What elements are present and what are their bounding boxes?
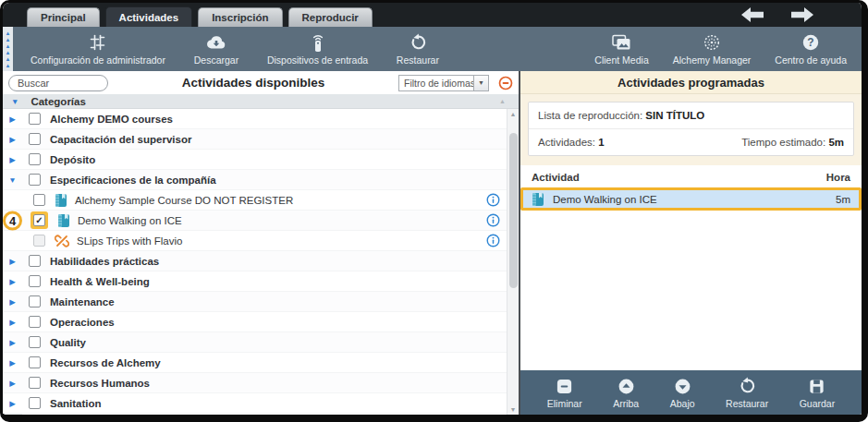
tree-category-row[interactable]: ▶ Recursos de Alchemy <box>3 353 507 373</box>
category-checkbox[interactable] <box>29 316 41 328</box>
info-icon[interactable] <box>486 193 500 207</box>
history-nav <box>741 7 813 22</box>
move-down-icon <box>674 377 691 396</box>
activity-checkbox[interactable] <box>33 214 45 226</box>
expand-arrow-icon[interactable]: ▶ <box>3 277 22 286</box>
category-checkbox[interactable] <box>29 295 41 307</box>
chevron-down-icon[interactable]: ▼ <box>474 75 489 91</box>
help-icon: ? <box>801 33 820 53</box>
toolbar-button-label: Client Media <box>594 54 648 66</box>
scheduled-activities-panel: Actividades programadas Lista de reprodu… <box>520 71 862 415</box>
scroll-down-arrow-icon[interactable]: ▼ <box>510 406 517 413</box>
tab-inscripcion[interactable]: Inscripción <box>198 7 282 27</box>
expand-arrow-icon[interactable]: ▶ <box>3 358 22 368</box>
toolbar-button-restaurar[interactable]: Restaurar <box>397 33 439 66</box>
category-checkbox[interactable] <box>29 255 41 267</box>
activity-checkbox[interactable] <box>33 235 45 247</box>
estimated-time-value: 5m <box>828 137 844 148</box>
tree-category-row[interactable]: ▶ Maintenance <box>3 292 507 312</box>
toolbar-button-arriba[interactable]: Arriba <box>613 377 639 409</box>
vertical-scrollbar[interactable]: ▲ ▼ <box>507 109 519 415</box>
tree-category-row[interactable]: ▶ Quality <box>3 332 507 353</box>
scrollbar-thumb[interactable] <box>509 133 518 288</box>
language-filter-value: Filtro de idiomas <box>398 75 474 91</box>
column-header-activity: Actividad <box>532 172 580 183</box>
back-arrow-icon[interactable] <box>741 7 764 22</box>
annotation-checkbox-highlight <box>31 211 48 229</box>
toolbar-button-descargar[interactable]: Descargar <box>194 33 238 66</box>
save-icon <box>808 377 825 396</box>
scheduled-activity-time: 5m <box>836 194 850 205</box>
category-checkbox[interactable] <box>29 153 41 165</box>
expand-arrow-icon[interactable]: ▶ <box>3 257 22 266</box>
tree-root-row[interactable]: ▼ Categorías ▲ <box>3 94 519 109</box>
tab-reproducir[interactable]: Reproducir <box>288 7 373 27</box>
annotation-step-badge: 4 <box>3 211 22 230</box>
right-panel-title: Actividades programadas <box>520 71 862 94</box>
column-header-time: Hora <box>826 172 850 183</box>
expand-arrow-icon[interactable]: ▶ <box>3 297 22 307</box>
expand-arrow-icon[interactable]: ▶ <box>3 155 22 164</box>
collapse-arrow-icon[interactable]: ▼ <box>11 97 18 106</box>
category-checkbox[interactable] <box>29 133 41 145</box>
tab-actividades[interactable]: Actividades <box>105 6 193 27</box>
toolbar-button-label: Arriba <box>613 398 639 409</box>
search-input[interactable] <box>8 75 108 91</box>
tree-category-row[interactable]: ▶ Capacitación del supervisor <box>3 129 507 150</box>
toolbar-button-abajo[interactable]: Abajo <box>670 377 695 409</box>
expand-arrow-icon[interactable]: ▶ <box>3 318 22 327</box>
move-up-icon <box>617 377 635 396</box>
main-content: Actividades disponibles Filtro de idioma… <box>3 71 862 415</box>
category-checkbox[interactable] <box>29 174 41 186</box>
category-checkbox[interactable] <box>29 275 41 287</box>
toolbar-button-alchemy-manager[interactable]: Alchemy Manager <box>673 33 752 66</box>
tree-activity-row[interactable]: SLips Trips with Flavio <box>3 231 507 251</box>
tree-activity-row[interactable]: Alchemy Sample Course DO NOT REGISTER <box>3 190 507 211</box>
expand-arrow-icon[interactable]: ▶ <box>3 135 22 144</box>
forward-arrow-icon[interactable] <box>791 7 813 22</box>
info-icon[interactable] <box>486 234 500 247</box>
expand-arrow-icon[interactable]: ▶ <box>3 399 22 408</box>
tree-activity-row[interactable]: 4 Demo Walking on ICE <box>3 211 507 231</box>
tree-category-row[interactable]: ▶ Health & Well-being <box>3 271 507 292</box>
collapse-arrow-icon[interactable]: ▼ <box>3 175 22 185</box>
tree-category-row[interactable]: ▶ Habilidades prácticas <box>3 251 507 271</box>
category-checkbox[interactable] <box>29 377 41 389</box>
tree-category-row[interactable]: ▶ Sanitation <box>3 393 507 414</box>
scheduled-activity-row[interactable]: Demo Walking on ICE 5m <box>520 187 862 211</box>
toolbar-button-configuracion-de-administrador[interactable]: Configuración de administrador <box>31 33 165 66</box>
alchemy-logo-icon <box>703 33 721 53</box>
left-panel-header: Actividades disponibles Filtro de idioma… <box>3 71 519 94</box>
expand-arrow-icon[interactable]: ▶ <box>3 379 22 388</box>
activity-label: Demo Walking on ICE <box>78 215 182 226</box>
toolbar-button-guardar[interactable]: Guardar <box>800 377 836 409</box>
category-checkbox[interactable] <box>29 113 41 125</box>
tree-category-row[interactable]: ▶ Depósito <box>3 150 507 170</box>
info-icon[interactable] <box>486 213 500 227</box>
category-label: Alchemy DEMO courses <box>50 114 173 125</box>
toolbar-button-eliminar[interactable]: Eliminar <box>547 377 582 409</box>
category-label: Quality <box>50 337 86 348</box>
toolbar-button-centro-de-ayuda[interactable]: ? Centro de ayuda <box>775 33 847 66</box>
tree-category-row[interactable]: ▶ Operaciones <box>3 312 507 332</box>
category-label: Health & Well-being <box>50 276 150 287</box>
scroll-up-arrow-icon[interactable]: ▲ <box>510 111 517 117</box>
restore-icon <box>738 377 756 396</box>
tree-category-row[interactable]: ▶ Recursos Humanos <box>3 373 507 393</box>
language-filter-dropdown[interactable]: Filtro de idiomas ▼ <box>398 75 489 91</box>
expand-arrow-icon[interactable]: ▶ <box>3 338 22 347</box>
toolbar-button-dispositivos-de-entrada[interactable]: Dispositivos de entrada <box>267 33 368 66</box>
tab-principal[interactable]: Principal <box>27 7 100 27</box>
tree-category-row[interactable]: ▶ Alchemy DEMO courses <box>3 109 507 129</box>
toolbar-button-restaurar[interactable]: Restaurar <box>726 377 768 409</box>
toolbar-button-label: Abajo <box>670 398 695 409</box>
estimated-time-label: Tiempo estimado: <box>741 137 825 148</box>
remove-filter-icon[interactable] <box>498 76 513 90</box>
tree-category-row[interactable]: ▼ Especificaciones de la compañía <box>3 170 507 190</box>
category-checkbox[interactable] <box>29 336 41 348</box>
expand-arrow-icon[interactable]: ▶ <box>3 115 22 124</box>
category-checkbox[interactable] <box>29 356 41 368</box>
activity-checkbox[interactable] <box>33 194 45 206</box>
category-checkbox[interactable] <box>29 397 41 409</box>
toolbar-button-client-media[interactable]: Client Media <box>594 33 648 66</box>
